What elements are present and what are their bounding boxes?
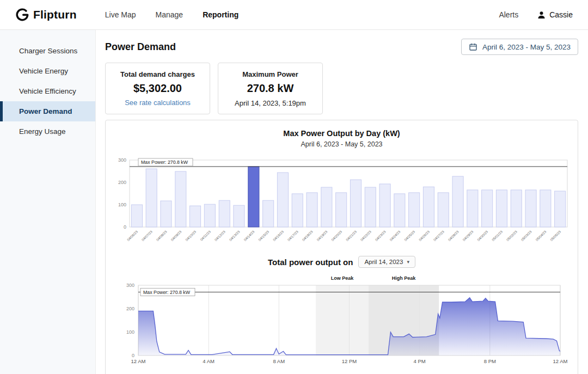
top-navbar: Flipturn Live Map Manage Reporting Alert… [0, 0, 588, 30]
svg-text:300: 300 [118, 157, 126, 163]
svg-text:12 AM: 12 AM [553, 358, 568, 364]
svg-text:04/15/23: 04/15/23 [258, 229, 270, 242]
area-chart-title: Total power output on [268, 257, 353, 267]
nav-link-live-map[interactable]: Live Map [105, 10, 136, 19]
svg-text:04/07/23: 04/07/23 [141, 229, 154, 242]
svg-text:05/01/23: 05/01/23 [491, 229, 504, 242]
svg-text:200: 200 [126, 306, 134, 311]
navbar-right: Alerts Cassie [499, 10, 573, 20]
sidebar-item-vehicle-efficiency[interactable]: Vehicle Efficiency [0, 81, 95, 101]
svg-text:Max Power: 270.8 kW: Max Power: 270.8 kW [143, 290, 191, 295]
calendar-icon [469, 42, 477, 51]
date-select-dropdown[interactable]: April 14, 2023 ▾ [358, 256, 415, 268]
svg-text:4 AM: 4 AM [203, 358, 215, 364]
brand-name: Flipturn [33, 8, 77, 21]
svg-text:Low Peak: Low Peak [331, 275, 354, 281]
main-content: Power Demand April 6, 2023 - May 5, 2023… [96, 30, 588, 374]
svg-text:04/19/23: 04/19/23 [316, 229, 328, 242]
svg-text:04/11/23: 04/11/23 [199, 229, 211, 241]
svg-text:Max Power: 270.8 kW: Max Power: 270.8 kW [141, 160, 188, 165]
nav-link-manage[interactable]: Manage [156, 10, 183, 19]
svg-text:04/14/23: 04/14/23 [243, 229, 255, 242]
person-icon [537, 10, 546, 20]
svg-text:04/17/23: 04/17/23 [287, 229, 299, 242]
svg-text:04/22/23: 04/22/23 [360, 229, 372, 242]
svg-text:04/26/23: 04/26/23 [418, 229, 431, 242]
svg-text:05/03/23: 05/03/23 [520, 229, 532, 242]
svg-text:0: 0 [132, 353, 134, 358]
sidebar-item-vehicle-energy[interactable]: Vehicle Energy [0, 61, 95, 81]
card-value: $5,302.00 [111, 82, 204, 95]
rate-calculations-link[interactable]: See rate calculations [125, 99, 191, 107]
svg-text:8 AM: 8 AM [273, 358, 285, 364]
card-subtitle: April 14, 2023, 5:19pm [224, 99, 317, 107]
flipturn-logo-icon [15, 8, 29, 22]
svg-text:04/09/23: 04/09/23 [170, 229, 182, 242]
svg-text:04/06/23: 04/06/23 [126, 229, 139, 242]
sidebar-item-energy-usage[interactable]: Energy Usage [0, 121, 95, 142]
svg-text:04/29/23: 04/29/23 [462, 229, 474, 242]
chevron-down-icon: ▾ [407, 259, 409, 265]
svg-text:05/02/23: 05/02/23 [506, 229, 518, 242]
svg-text:04/12/23: 04/12/23 [214, 229, 226, 242]
svg-text:200: 200 [118, 180, 126, 185]
svg-text:0: 0 [124, 224, 126, 230]
svg-text:12 AM: 12 AM [131, 358, 146, 364]
power-demand-charts-panel: Max Power Output by Day (kW) April 6, 20… [105, 120, 578, 374]
alerts-link[interactable]: Alerts [499, 10, 518, 19]
svg-text:8 PM: 8 PM [484, 358, 496, 364]
svg-text:04/08/23: 04/08/23 [155, 229, 168, 242]
svg-text:04/24/23: 04/24/23 [389, 229, 401, 242]
brand: Flipturn [15, 8, 77, 22]
card-value: 270.8 kW [224, 82, 317, 95]
svg-text:12 PM: 12 PM [342, 358, 357, 364]
svg-text:04/28/23: 04/28/23 [447, 229, 460, 242]
page-title: Power Demand [105, 41, 176, 53]
date-range-picker[interactable]: April 6, 2023 - May 5, 2023 [461, 39, 578, 55]
bar-chart-subtitle: April 6, 2023 - May 5, 2023 [106, 140, 578, 148]
svg-text:04/23/23: 04/23/23 [374, 229, 387, 242]
card-title: Maximum Power [224, 70, 317, 78]
daily-max-power-bar-chart: 010020030004/06/2304/07/2304/08/2304/09/… [111, 156, 571, 253]
svg-text:100: 100 [126, 329, 134, 335]
svg-text:04/13/23: 04/13/23 [228, 229, 241, 242]
svg-text:04/30/23: 04/30/23 [476, 229, 489, 242]
sidebar: Charger Sessions Vehicle Energy Vehicle … [0, 30, 96, 374]
total-demand-charges-card: Total demand charges $5,302.00 See rate … [105, 63, 210, 114]
daily-power-output-area-chart: Low PeakHigh Peak12 AM4 AM8 AM12 PM4 PM8… [111, 274, 571, 370]
bar-chart-title: Max Power Output by Day (kW) [106, 129, 578, 138]
svg-text:05/04/23: 05/04/23 [535, 229, 547, 242]
maximum-power-card: Maximum Power 270.8 kW April 14, 2023, 5… [218, 63, 323, 114]
user-menu[interactable]: Cassie [537, 10, 573, 20]
svg-text:04/25/23: 04/25/23 [403, 229, 416, 242]
main-nav: Live Map Manage Reporting [105, 10, 239, 19]
sidebar-item-charger-sessions[interactable]: Charger Sessions [0, 41, 95, 61]
user-name: Cassie [549, 10, 573, 19]
svg-text:04/27/23: 04/27/23 [433, 229, 445, 242]
svg-text:300: 300 [126, 283, 134, 288]
svg-text:100: 100 [118, 202, 126, 207]
svg-text:04/21/23: 04/21/23 [345, 229, 358, 242]
selected-date: April 14, 2023 [364, 259, 403, 265]
nav-link-reporting[interactable]: Reporting [203, 10, 238, 19]
svg-text:04/18/23: 04/18/23 [301, 229, 314, 242]
svg-text:High Peak: High Peak [392, 275, 416, 281]
svg-text:05/05/23: 05/05/23 [549, 229, 562, 242]
date-range-label: April 6, 2023 - May 5, 2023 [482, 43, 571, 51]
svg-text:04/10/23: 04/10/23 [185, 229, 197, 242]
card-title: Total demand charges [111, 70, 204, 78]
svg-text:04/20/23: 04/20/23 [330, 229, 343, 242]
svg-text:04/16/23: 04/16/23 [272, 229, 285, 242]
sidebar-item-power-demand[interactable]: Power Demand [0, 101, 95, 121]
svg-text:4 PM: 4 PM [414, 358, 426, 364]
